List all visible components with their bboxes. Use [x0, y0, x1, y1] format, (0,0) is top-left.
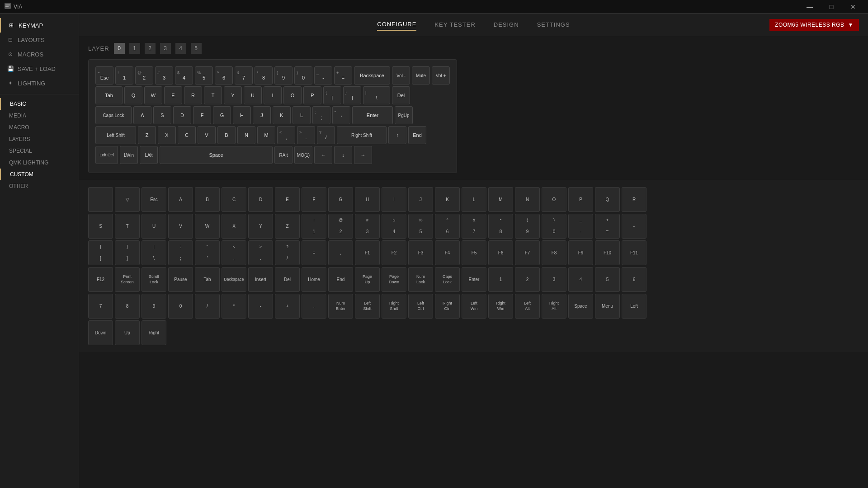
picker-key-i[interactable]: I [382, 187, 406, 212]
sidebar-item-media[interactable]: MEDIA [0, 110, 79, 122]
picker-key-rp-0[interactable]: )0 [542, 214, 566, 239]
picker-key-left-win[interactable]: LeftWin [462, 294, 486, 319]
picker-key-num9[interactable]: 9 [142, 294, 166, 319]
key-l[interactable]: L [292, 106, 311, 124]
key-slash[interactable]: ?/ [317, 126, 335, 144]
sidebar-item-special[interactable]: SPECIAL [0, 145, 79, 157]
key-left-ctrl[interactable]: Left Ctrl [95, 146, 118, 164]
picker-key-dquote[interactable]: "' [195, 240, 220, 265]
picker-key-num4[interactable]: 4 [568, 267, 593, 292]
picker-key-z[interactable]: Z [275, 214, 300, 239]
layer-btn-5[interactable]: 5 [191, 43, 202, 54]
picker-key-w[interactable]: W [195, 214, 220, 239]
picker-key-right-ctrl[interactable]: RightCtrl [435, 294, 460, 319]
picker-key-t[interactable]: T [115, 214, 140, 239]
picker-key-home[interactable]: Home [302, 267, 326, 292]
key-period[interactable]: >. [297, 126, 315, 144]
picker-key-numstar[interactable]: * [222, 294, 246, 319]
picker-key-num6[interactable]: 6 [622, 267, 646, 292]
key-g[interactable]: G [213, 106, 231, 124]
layer-btn-4[interactable]: 4 [175, 43, 186, 54]
key-vol-plus[interactable]: Vol + [432, 66, 450, 84]
key-2[interactable]: @2 [135, 66, 153, 84]
picker-key-rbrace[interactable]: }] [115, 240, 140, 265]
key-t[interactable]: T [204, 86, 222, 104]
picker-key-lbrace[interactable]: {[ [88, 240, 113, 265]
picker-key-c[interactable]: C [222, 187, 246, 212]
key-space[interactable]: Space [160, 146, 273, 164]
key-esc[interactable]: ~Esc [95, 66, 113, 84]
picker-key-num8[interactable]: 8 [115, 294, 140, 319]
picker-key-f2[interactable]: F2 [382, 240, 406, 265]
key-right-shift[interactable]: Right Shift [337, 126, 387, 144]
picker-key-numdot[interactable]: . [302, 294, 326, 319]
key-left[interactable]: ← [314, 146, 332, 164]
picker-key-gt-period[interactable]: >. [248, 240, 273, 265]
sidebar-item-layouts[interactable]: ⊟ LAYOUTS [0, 33, 79, 47]
picker-key-plus-equals[interactable]: += [595, 214, 620, 239]
key-p[interactable]: P [303, 86, 321, 104]
picker-key-num0[interactable]: 0 [168, 294, 193, 319]
sidebar-item-layers[interactable]: LAYERS [0, 133, 79, 145]
key-comma[interactable]: <, [277, 126, 295, 144]
key-x[interactable]: X [158, 126, 176, 144]
picker-key-d[interactable]: D [248, 187, 273, 212]
key-e[interactable]: E [164, 86, 182, 104]
key-lwin[interactable]: LWin [120, 146, 138, 164]
picker-key-f9[interactable]: F9 [568, 240, 593, 265]
picker-key-insert[interactable]: Insert [248, 267, 273, 292]
key-v[interactable]: V [198, 126, 216, 144]
picker-key-u[interactable]: U [142, 214, 166, 239]
key-right[interactable]: → [354, 146, 372, 164]
picker-key-space[interactable]: Space [568, 294, 593, 319]
picker-key-num1[interactable]: 1 [488, 267, 513, 292]
picker-key-num-enter[interactable]: NumEnter [328, 294, 353, 319]
sidebar-item-lighting[interactable]: ✦ LIGHTING [0, 76, 79, 90]
picker-key-lt-comma[interactable]: <, [222, 240, 246, 265]
key-r[interactable]: R [184, 86, 202, 104]
picker-key-e[interactable]: E [275, 187, 300, 212]
key-1[interactable]: !1 [115, 66, 133, 84]
key-backslash[interactable]: |\ [363, 86, 390, 104]
picker-key-excl-1[interactable]: !1 [302, 214, 326, 239]
key-minus[interactable]: _- [314, 66, 332, 84]
picker-key-r[interactable]: R [622, 187, 646, 212]
nav-settings[interactable]: SETTINGS [537, 19, 570, 30]
key-z[interactable]: Z [138, 126, 156, 144]
picker-key-left-shift[interactable]: LeftShift [355, 294, 380, 319]
picker-key-empty[interactable] [88, 187, 113, 212]
picker-key-enter[interactable]: Enter [462, 267, 486, 292]
key-o[interactable]: O [283, 86, 302, 104]
key-3[interactable]: #3 [155, 66, 173, 84]
key-quote[interactable]: "' [332, 106, 350, 124]
picker-key-b[interactable]: B [195, 187, 220, 212]
picker-key-numplus[interactable]: + [275, 294, 300, 319]
picker-key-m[interactable]: M [488, 187, 513, 212]
picker-key-print-screen[interactable]: PrintScreen [115, 267, 140, 292]
key-down[interactable]: ↓ [334, 146, 352, 164]
key-8[interactable]: *8 [255, 66, 273, 84]
key-5[interactable]: %5 [195, 66, 213, 84]
picker-key-f[interactable]: F [302, 187, 326, 212]
picker-key-menu[interactable]: Menu [595, 294, 620, 319]
picker-key-f6[interactable]: F6 [488, 240, 513, 265]
picker-key-page-up[interactable]: PageUp [355, 267, 380, 292]
picker-key-left-ctrl[interactable]: LeftCtrl [408, 294, 433, 319]
picker-key-num2[interactable]: 2 [515, 267, 540, 292]
picker-key-numminus[interactable]: - [248, 294, 273, 319]
picker-key-k[interactable]: K [435, 187, 460, 212]
picker-key-pause[interactable]: Pause [168, 267, 193, 292]
picker-key-numpad-minus[interactable]: - [622, 214, 646, 239]
sidebar-item-macros[interactable]: ⊙ MACROS [0, 47, 79, 61]
key-6[interactable]: ^6 [215, 66, 233, 84]
key-i[interactable]: I [264, 86, 282, 104]
picker-key-j[interactable]: J [408, 187, 433, 212]
picker-key-equals-sign[interactable]: = [302, 240, 326, 265]
picker-key-n[interactable]: N [515, 187, 540, 212]
picker-key-f1[interactable]: F1 [355, 240, 380, 265]
picker-key-tab[interactable]: Tab [195, 267, 220, 292]
key-rbracket[interactable]: }] [343, 86, 361, 104]
picker-key-o[interactable]: O [542, 187, 566, 212]
picker-key-right-shift[interactable]: RightShift [382, 294, 406, 319]
picker-key-comma-sign[interactable]: , [328, 240, 353, 265]
